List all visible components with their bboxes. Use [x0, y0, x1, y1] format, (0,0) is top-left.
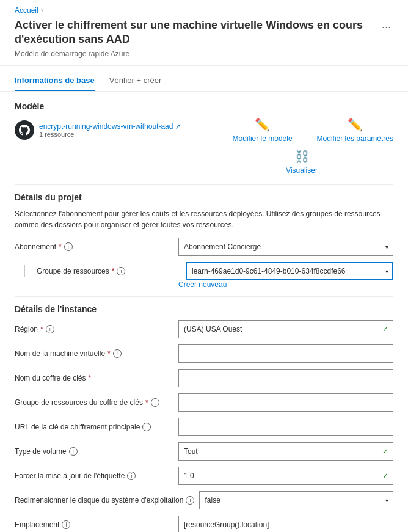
force-update-info-icon[interactable]: i: [127, 472, 136, 480]
visualise-button[interactable]: ⛓️ Visualiser: [286, 149, 318, 175]
model-section: Modèle encrypt-running-windows-vm-withou…: [15, 101, 393, 175]
rg-info-icon[interactable]: i: [117, 267, 125, 275]
kv-rg-input[interactable]: [178, 393, 393, 412]
edit-model-icon: ✏️: [255, 117, 270, 132]
kv-rg-required: *: [145, 398, 148, 407]
subscription-required: *: [59, 242, 62, 251]
tab-review-create[interactable]: Vérifier + créer: [109, 71, 162, 91]
vm-name-info-icon[interactable]: i: [113, 349, 122, 358]
model-card: encrypt-running-windows-vm-without-aad ↗…: [15, 117, 393, 143]
vm-name-input-wrapper: [178, 344, 393, 363]
region-select-wrapper: (USA) USA Ouest ✓: [178, 320, 393, 338]
vm-name-required: *: [107, 349, 111, 358]
location-row: Emplacement i: [15, 516, 393, 532]
edit-params-label: Modifier les paramètres: [317, 134, 393, 143]
key-url-info-icon[interactable]: i: [142, 423, 151, 431]
model-section-title: Modèle: [15, 101, 393, 111]
create-new-rg-link[interactable]: Créer nouveau: [178, 280, 393, 289]
breadcrumb: Accueil ›: [0, 0, 408, 18]
subscription-row: Abonnement * i Abonnement Concierge ▾: [15, 238, 393, 256]
volume-type-info-icon[interactable]: i: [69, 447, 78, 456]
page-header: Activer le chiffrement sur une machine v…: [0, 18, 408, 66]
key-vault-name-label: Nom du coffre de clés *: [15, 374, 173, 382]
key-url-label: URL de la clé de chiffrement principale …: [15, 423, 173, 431]
edit-params-icon: ✏️: [348, 117, 363, 132]
kv-name-required: *: [89, 374, 92, 382]
kv-rg-label: Groupe de ressources du coffre de clés *…: [15, 398, 173, 407]
resize-disk-info-icon[interactable]: i: [186, 496, 194, 505]
subscription-info-icon[interactable]: i: [64, 242, 73, 251]
breadcrumb-home[interactable]: Accueil: [15, 6, 38, 15]
edit-params-button[interactable]: ✏️ Modifier les paramètres: [317, 117, 393, 143]
key-vault-name-input-wrapper: [178, 369, 393, 387]
kv-rg-input-wrapper: [178, 393, 393, 412]
key-url-input[interactable]: [178, 418, 393, 436]
kv-rg-info-icon[interactable]: i: [151, 398, 159, 407]
model-link[interactable]: encrypt-running-windows-vm-without-aad ↗: [39, 122, 181, 131]
model-resources: 1 ressource: [39, 131, 181, 138]
tabs-container: Informations de base Vérifier + créer: [0, 71, 408, 92]
page-title: Activer le chiffrement sur une machine v…: [15, 18, 379, 47]
instance-details-title: Détails de l'instance: [15, 304, 393, 314]
divider-2: [15, 296, 393, 297]
key-url-input-wrapper: [178, 418, 393, 436]
volume-type-select-wrapper: Tout ✓: [178, 442, 393, 461]
project-details-title: Détails du projet: [15, 192, 393, 202]
force-update-select[interactable]: 1.0: [178, 467, 393, 485]
github-icon: [15, 120, 34, 140]
project-details-section: Détails du projet Sélectionnez l'abonnem…: [15, 192, 393, 289]
volume-type-select[interactable]: Tout: [178, 442, 393, 461]
key-vault-name-row: Nom du coffre de clés *: [15, 369, 393, 387]
location-input[interactable]: [178, 516, 393, 532]
visualise-label: Visualiser: [286, 166, 318, 175]
tab-basic-info[interactable]: Informations de base: [15, 71, 95, 91]
main-content: Modèle encrypt-running-windows-vm-withou…: [0, 92, 408, 532]
ellipsis-menu-button[interactable]: ...: [379, 18, 393, 31]
resize-disk-select-wrapper: false ▾: [199, 491, 393, 509]
force-update-label: Forcer la mise à jour de l'étiquette i: [15, 472, 173, 480]
visualise-icon: ⛓️: [294, 149, 310, 164]
key-vault-name-input[interactable]: [178, 369, 393, 387]
subscription-select[interactable]: Abonnement Concierge: [178, 238, 393, 256]
resize-disk-row: Redimensionner le disque du système d'ex…: [15, 491, 393, 509]
model-info: encrypt-running-windows-vm-without-aad ↗…: [39, 122, 181, 138]
resource-group-label: Groupe de ressources * i: [37, 267, 186, 275]
volume-type-row: Type de volume i Tout ✓: [15, 442, 393, 461]
divider-1: [15, 184, 393, 185]
resource-group-wrapper: Groupe de ressources * i learn-469ae1d0-…: [15, 262, 393, 280]
key-url-row: URL de la clé de chiffrement principale …: [15, 418, 393, 436]
force-update-select-wrapper: 1.0 ✓: [178, 467, 393, 485]
edit-model-button[interactable]: ✏️ Modifier le modèle: [233, 117, 293, 143]
external-link-icon: ↗: [175, 122, 181, 131]
region-required: *: [40, 325, 43, 333]
region-select[interactable]: (USA) USA Ouest: [178, 320, 393, 338]
vm-name-label: Nom de la machine virtuelle * i: [15, 349, 173, 358]
region-label: Région * i: [15, 325, 173, 333]
resize-disk-select[interactable]: false: [199, 491, 393, 509]
page-subtitle: Modèle de démarrage rapide Azure: [15, 49, 393, 58]
resize-disk-label: Redimensionner le disque du système d'ex…: [15, 496, 194, 505]
resource-group-select[interactable]: learn-469ae1d0-9c61-4849-b010-634f8ccdfe…: [186, 262, 393, 280]
location-info-icon[interactable]: i: [62, 520, 70, 529]
subscription-select-wrapper: Abonnement Concierge ▾: [178, 238, 393, 256]
project-description: Sélectionnez l'abonnement pour gérer les…: [15, 208, 393, 230]
region-row: Région * i (USA) USA Ouest ✓: [15, 320, 393, 338]
force-update-row: Forcer la mise à jour de l'étiquette i 1…: [15, 467, 393, 485]
location-label: Emplacement i: [15, 520, 173, 529]
location-input-wrapper: [178, 516, 393, 532]
edit-model-label: Modifier le modèle: [233, 134, 293, 143]
breadcrumb-chevron: ›: [41, 7, 43, 14]
kv-rg-row: Groupe de ressources du coffre de clés *…: [15, 393, 393, 412]
instance-details-section: Détails de l'instance Région * i (USA) U…: [15, 304, 393, 532]
vm-name-row: Nom de la machine virtuelle * i: [15, 344, 393, 363]
vm-name-input[interactable]: [178, 344, 393, 363]
resource-group-select-wrapper: learn-469ae1d0-9c61-4849-b010-634f8ccdfe…: [186, 262, 393, 280]
volume-type-label: Type de volume i: [15, 447, 173, 456]
region-info-icon[interactable]: i: [46, 325, 54, 333]
subscription-label: Abonnement * i: [15, 242, 173, 251]
rg-required: *: [112, 267, 115, 275]
